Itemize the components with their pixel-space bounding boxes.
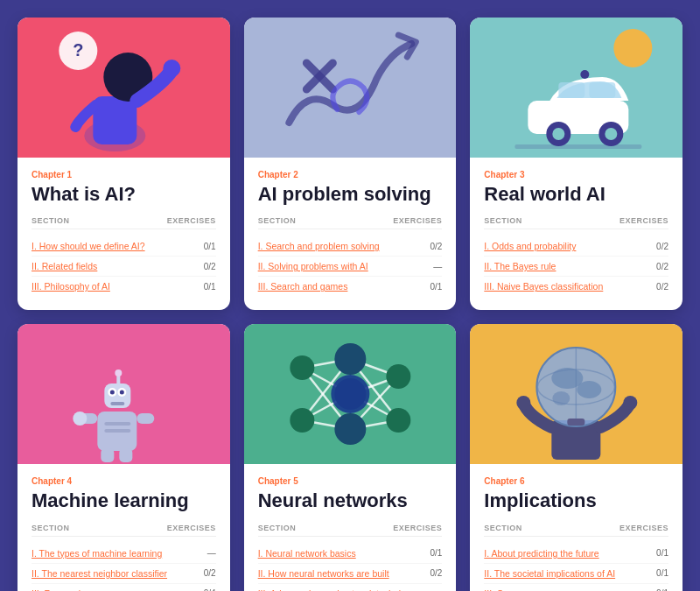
card-implications[interactable]: Chapter 6 Implications Section Exercises… xyxy=(470,324,682,591)
card3-section-3: III. Naive Bayes classification xyxy=(484,281,603,292)
card6-section-2: II. The societal implications of AI xyxy=(484,568,615,579)
card4-row-2[interactable]: II. The nearest neighbor classifier 0/2 xyxy=(32,564,216,584)
card3-section-label: Section xyxy=(484,216,522,225)
card2-ex-1: 0/2 xyxy=(430,242,442,251)
card1-section-2: II. Related fields xyxy=(32,261,97,271)
card3-exercises-label: Exercises xyxy=(620,216,668,225)
card1-row-2[interactable]: II. Related fields 0/2 xyxy=(32,257,216,277)
card1-ex-1: 0/1 xyxy=(204,242,216,251)
card1-title: What is AI? xyxy=(32,183,216,206)
card4-section-label: Section xyxy=(32,524,70,532)
card5-section-label: Section xyxy=(258,524,297,532)
card3-section-2: II. The Bayes rule xyxy=(484,261,556,271)
card2-row-2[interactable]: II. Solving problems with AI — xyxy=(258,257,443,277)
card3-body: Chapter 3 Real world AI Section Exercise… xyxy=(470,158,682,310)
card-what-is-ai[interactable]: ? Chapter 1 What is AI? Section Exercise… xyxy=(18,18,230,310)
svg-point-52 xyxy=(386,408,410,433)
svg-point-23 xyxy=(120,390,124,395)
card4-body: Chapter 4 Machine learning Section Exerc… xyxy=(18,464,230,591)
svg-rect-33 xyxy=(119,448,132,462)
card-real-world-ai[interactable]: Chapter 3 Real world AI Section Exercise… xyxy=(470,18,682,310)
card3-ex-3: 0/2 xyxy=(656,282,668,292)
card4-section-2: II. The nearest neighbor classifier xyxy=(32,568,167,579)
card1-section-3: III. Philosophy of AI xyxy=(32,281,110,292)
svg-rect-64 xyxy=(568,419,585,426)
card4-title: Machine learning xyxy=(32,489,216,512)
card3-row-3[interactable]: III. Naive Bayes classification 0/2 xyxy=(484,277,668,296)
card3-ex-1: 0/2 xyxy=(656,242,668,251)
svg-rect-31 xyxy=(104,429,130,433)
card2-ex-3: 0/1 xyxy=(430,282,442,292)
card3-section-header: Section Exercises xyxy=(484,216,668,229)
card5-body: Chapter 5 Neural networks Section Exerci… xyxy=(244,464,457,591)
card3-ex-2: 0/2 xyxy=(656,262,668,271)
svg-rect-10 xyxy=(559,82,585,98)
card1-exercises-label: Exercises xyxy=(167,216,216,225)
card6-body: Chapter 6 Implications Section Exercises… xyxy=(470,464,682,591)
card5-row-2[interactable]: II. How neural networks are built 0/2 xyxy=(258,564,443,584)
svg-rect-11 xyxy=(590,82,616,98)
card4-row-3[interactable]: III. Regression 0/4 xyxy=(32,584,216,591)
card6-exercises-label: Exercises xyxy=(620,524,668,532)
svg-point-51 xyxy=(386,364,410,389)
card1-chapter: Chapter 1 xyxy=(32,170,216,179)
card2-section-header: Section Exercises xyxy=(258,216,443,229)
card4-illustration xyxy=(18,324,230,464)
card6-illustration xyxy=(470,324,682,464)
svg-point-55 xyxy=(517,396,531,410)
svg-point-46 xyxy=(290,355,314,380)
svg-rect-32 xyxy=(101,448,114,462)
svg-point-15 xyxy=(606,128,618,140)
card4-section-1: I. The types of machine learning xyxy=(32,548,162,559)
card-ai-problem-solving[interactable]: Chapter 2 AI problem solving Section Exe… xyxy=(244,18,457,310)
svg-rect-16 xyxy=(515,144,642,149)
card6-row-3[interactable]: III. Summary 0/1 xyxy=(484,584,668,591)
card3-illustration xyxy=(470,18,682,158)
card2-section-2: II. Solving problems with AI xyxy=(258,261,368,271)
card3-row-1[interactable]: I. Odds and probability 0/2 xyxy=(484,236,668,257)
card2-section-3: III. Search and games xyxy=(258,281,348,292)
card2-exercises-label: Exercises xyxy=(393,216,442,225)
card4-exercises-label: Exercises xyxy=(167,524,216,532)
card6-row-2[interactable]: II. The societal implications of AI 0/1 xyxy=(484,564,668,584)
card6-chapter: Chapter 6 xyxy=(484,476,668,486)
card5-illustration xyxy=(244,324,457,464)
card6-ex-1: 0/1 xyxy=(656,548,668,558)
card3-row-2[interactable]: II. The Bayes rule 0/2 xyxy=(484,257,668,277)
card5-row-1[interactable]: I. Neural network basics 0/1 xyxy=(258,544,443,564)
card5-ex-2: 0/2 xyxy=(430,568,442,578)
card2-body: Chapter 2 AI problem solving Section Exe… xyxy=(244,158,457,310)
card-neural-networks[interactable]: Chapter 5 Neural networks Section Exerci… xyxy=(244,324,457,591)
svg-point-13 xyxy=(553,128,565,140)
card5-section-2: II. How neural networks are built xyxy=(258,568,389,579)
svg-point-50 xyxy=(334,413,366,445)
card-machine-learning[interactable]: Chapter 4 Machine learning Section Exerc… xyxy=(18,324,230,591)
card3-section-1: I. Odds and probability xyxy=(484,241,576,251)
card5-row-3[interactable]: III. Advanced neural network techniques … xyxy=(258,584,443,591)
card2-row-1[interactable]: I. Search and problem solving 0/2 xyxy=(258,236,443,257)
card1-row-3[interactable]: III. Philosophy of AI 0/1 xyxy=(32,277,216,296)
card5-section-header: Section Exercises xyxy=(258,524,443,537)
card6-ex-2: 0/1 xyxy=(656,568,668,578)
card2-section-1: I. Search and problem solving xyxy=(258,241,380,251)
card5-chapter: Chapter 5 xyxy=(258,476,443,486)
card6-row-1[interactable]: I. About predicting the future 0/1 xyxy=(484,544,668,564)
svg-point-26 xyxy=(115,369,122,376)
card1-section-label: Section xyxy=(32,216,70,225)
card2-ex-2: — xyxy=(433,262,442,271)
card4-section-header: Section Exercises xyxy=(32,524,216,537)
course-grid: ? Chapter 1 What is AI? Section Exercise… xyxy=(18,18,682,591)
svg-rect-24 xyxy=(110,402,124,405)
card6-section-header: Section Exercises xyxy=(484,524,668,537)
svg-text:?: ? xyxy=(73,40,83,60)
card3-title: Real world AI xyxy=(484,183,668,206)
card2-section-label: Section xyxy=(258,216,297,225)
card4-row-1[interactable]: I. The types of machine learning — xyxy=(32,544,216,564)
card2-row-3[interactable]: III. Search and games 0/1 xyxy=(258,277,443,296)
card1-ex-3: 0/1 xyxy=(204,282,216,292)
svg-point-47 xyxy=(290,408,314,433)
card2-illustration xyxy=(244,18,457,158)
card5-title: Neural networks xyxy=(258,489,443,512)
svg-rect-29 xyxy=(136,413,154,424)
card1-row-1[interactable]: I. How should we define AI? 0/1 xyxy=(32,236,216,257)
